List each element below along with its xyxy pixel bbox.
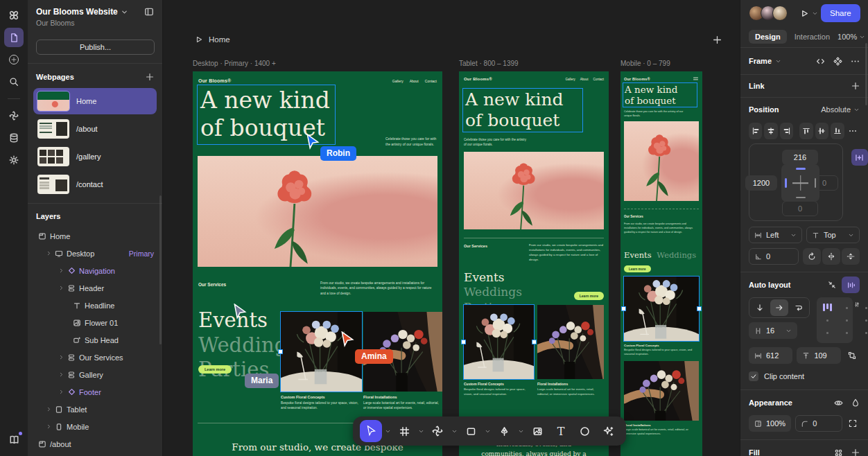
add-page-icon[interactable] [146,72,154,81]
zoom-control[interactable]: 100% [837,33,865,41]
preview-play-button[interactable] [800,9,818,18]
visibility-eye-icon[interactable] [834,398,843,407]
app-logo-icon[interactable] [4,6,24,25]
comment-tool[interactable] [573,420,596,442]
frame-desktop[interactable]: Our Blooms® Gallery About Contact A new … [193,71,442,456]
expand-chevron-icon[interactable] [58,268,65,274]
spacing-sliders-icon[interactable] [854,300,860,309]
align-top-button[interactable] [799,123,813,139]
library-book-icon[interactable] [4,430,24,449]
layer-row-subhead[interactable]: Sub Head [28,331,162,349]
position-top-input[interactable]: 216 [782,150,818,165]
interactions-tool[interactable] [426,420,449,442]
image-tool[interactable] [526,420,548,442]
move-tool-chevron-icon[interactable] [383,428,392,435]
pen-tool-chevron-icon[interactable] [517,428,525,435]
left-panel-scrollbar[interactable] [159,195,162,344]
expand-chevron-icon[interactable] [58,371,65,378]
search-icon[interactable] [4,72,24,91]
settings-gear-icon[interactable] [4,150,24,170]
individual-padding-icon[interactable] [845,347,860,364]
alignment-grid[interactable] [817,297,853,343]
flip-horizontal-button[interactable] [822,248,840,265]
auto-layout-applied-icon[interactable] [842,277,860,293]
expand-chevron-icon[interactable] [46,406,53,412]
webpage-item-contact[interactable]: /contact [33,171,157,198]
tab-design[interactable]: Design [749,30,787,44]
frame-tool-chevron-icon[interactable] [417,428,425,435]
position-mode-dropdown[interactable]: Absolute [821,105,851,114]
text-tool[interactable]: T [550,420,572,442]
pages-icon[interactable] [4,28,24,47]
frame-label-tablet[interactable]: Tablet · 800 – 1399 [459,60,519,67]
align-more-icon[interactable] [847,123,860,139]
blend-droplet-icon[interactable] [851,398,860,407]
frame-chevron-icon[interactable] [775,58,781,64]
add-plus-circle-icon[interactable] [4,50,24,69]
file-title-chevron-icon[interactable] [121,8,128,16]
component-icon[interactable] [833,57,842,66]
pen-tool[interactable] [493,420,515,442]
expand-chevron-icon[interactable] [58,285,65,291]
styles-grid-icon[interactable] [834,448,843,456]
selection-handle[interactable] [461,340,466,344]
clip-content-checkbox[interactable] [749,371,758,381]
share-button[interactable]: Share [821,4,860,22]
layer-row-our-services[interactable]: Our Services [28,349,162,366]
corner-radius-input[interactable]: 0 [795,415,842,432]
webpage-item-home[interactable]: Home [33,88,157,114]
flip-vertical-button[interactable] [842,248,860,265]
padding-vertical-input[interactable]: 109 [797,347,840,364]
section-play-icon[interactable] [195,35,203,44]
layout-wrap-button[interactable] [790,299,808,316]
layer-row-about-desktop[interactable]: DesktopPrimary [28,453,162,456]
layer-row-about-page[interactable]: /about [28,435,162,453]
learn-more-button[interactable]: Learn more [198,365,232,374]
absolute-position-toggle[interactable] [851,149,868,166]
layer-row-mobile[interactable]: Mobile [28,418,162,435]
rotation-input[interactable]: 0 [749,248,799,265]
headline-selected[interactable]: A new kindof bouquet [623,83,697,107]
collaborator-avatars[interactable] [749,6,788,21]
align-bottom-button[interactable] [831,123,844,139]
selection-handle[interactable] [278,349,283,354]
layer-row-gallery[interactable]: Gallery [28,366,162,383]
frame-label-desktop[interactable]: Desktop · Primary · 1400 + [193,60,276,67]
layer-row-flower01[interactable]: Flower 01 [28,314,162,331]
layout-horizontal-button[interactable] [770,299,788,316]
rotate-button[interactable] [803,248,821,265]
padding-horizontal-input[interactable]: 612 [749,347,792,364]
code-icon[interactable] [816,57,825,66]
layer-row-footer[interactable]: Footer [28,383,162,401]
layer-row-home[interactable]: Home [28,227,162,245]
opacity-input[interactable]: 100% [749,415,791,432]
frame-tablet[interactable]: Our Blooms® Gallery About Contact A new … [459,71,609,456]
gap-input[interactable]: 16 [749,322,797,339]
webpage-item-gallery[interactable]: /gallery [33,143,157,170]
align-right-button[interactable] [780,123,793,139]
position-anchor-widget[interactable] [781,164,819,202]
headline-selected[interactable]: A new kindof bouquet [463,89,582,132]
align-h-center-button[interactable] [764,123,777,139]
chevron-down-icon[interactable] [785,328,792,334]
more-options-icon[interactable] [851,57,860,66]
position-left-input[interactable]: 1200 [745,175,777,191]
v-constraint-select[interactable]: Top [806,227,860,243]
publish-button[interactable]: Publish... [36,40,155,55]
shape-tool[interactable] [460,420,482,442]
align-v-center-button[interactable] [815,123,828,139]
selection-handle[interactable] [532,340,537,344]
align-left-button[interactable] [749,123,762,139]
play-chevron-icon[interactable] [812,10,818,17]
h-constraint-select[interactable]: Left [749,227,802,243]
avatar[interactable] [772,6,788,21]
gallery-card-selected[interactable]: Custom Floral Concepts Bespoke floral de… [464,305,534,396]
layer-row-headline[interactable]: Headline [28,297,162,314]
position-bottom-input[interactable]: 0 [782,201,818,216]
selection-handle[interactable] [621,306,626,311]
shrink-icon[interactable] [828,281,836,289]
interactions-tool-chevron-icon[interactable] [450,428,458,435]
selection-handle[interactable] [697,306,702,311]
layer-row-navigation[interactable]: Navigation [28,262,162,279]
webpage-item-about[interactable]: /about [33,116,157,142]
